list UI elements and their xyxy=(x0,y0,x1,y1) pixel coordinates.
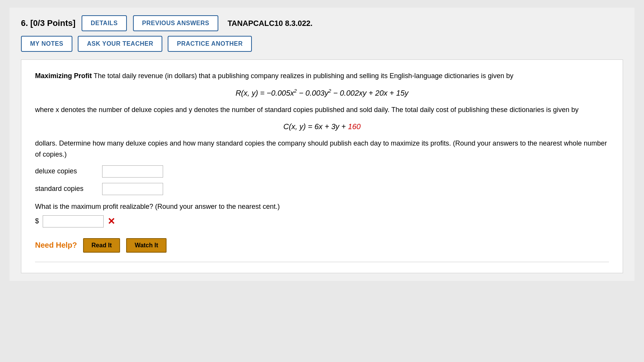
dollar-sign: $ xyxy=(35,217,39,225)
my-notes-button[interactable]: MY NOTES xyxy=(21,36,72,52)
ask-teacher-button[interactable]: ASK YOUR TEACHER xyxy=(78,36,162,52)
watch-it-button[interactable]: Watch It xyxy=(126,238,167,253)
formula-c: C(x, y) = 6x + 3y + 160 xyxy=(35,122,609,131)
incorrect-icon: ✕ xyxy=(107,216,115,227)
course-code: TANAPCALC10 8.3.022. xyxy=(227,19,312,28)
previous-answers-button[interactable]: PREVIOUS ANSWERS xyxy=(133,15,218,31)
read-it-button[interactable]: Read It xyxy=(83,238,120,253)
problem-title-text: The total daily revenue (in dollars) tha… xyxy=(92,72,513,80)
question-label: 6. [0/3 Points] xyxy=(21,18,75,28)
need-help-label: Need Help? xyxy=(35,241,77,250)
deluxe-label: deluxe copies xyxy=(35,167,96,175)
formula-r-text: R(x, y) = −0.005x2 − 0.003y2 − 0.002xy +… xyxy=(235,89,409,97)
problem-title-bold: Maximizing Profit xyxy=(35,72,92,80)
practice-another-button[interactable]: PRACTICE ANOTHER xyxy=(168,36,252,52)
main-container: 6. [0/3 Points] DETAILS PREVIOUS ANSWERS… xyxy=(10,8,634,281)
dollars-text: dollars. Determine how many deluxe copie… xyxy=(35,138,609,160)
dollar-row: $ ✕ xyxy=(35,215,609,227)
standard-row: standard copies xyxy=(35,183,609,195)
where-text: where x denotes the number of deluxe cop… xyxy=(35,104,609,115)
profit-question: What is the maximum profit realizable? (… xyxy=(35,203,609,211)
bottom-divider xyxy=(35,262,609,262)
second-row: MY NOTES ASK YOUR TEACHER PRACTICE ANOTH… xyxy=(21,36,623,52)
standard-label: standard copies xyxy=(35,185,96,193)
content-box: Maximizing Profit The total daily revenu… xyxy=(21,59,623,273)
need-help-row: Need Help? Read It Watch It xyxy=(35,238,609,253)
profit-input[interactable] xyxy=(43,215,104,227)
top-row: 6. [0/3 Points] DETAILS PREVIOUS ANSWERS… xyxy=(21,15,623,31)
formula-r: R(x, y) = −0.005x2 − 0.003y2 − 0.002xy +… xyxy=(35,88,609,98)
profit-section: What is the maximum profit realizable? (… xyxy=(35,203,609,227)
standard-input[interactable] xyxy=(102,183,163,195)
formula-c-text: C(x, y) = 6x + 3y + 160 xyxy=(284,122,361,131)
deluxe-row: deluxe copies xyxy=(35,165,609,178)
details-button[interactable]: DETAILS xyxy=(82,15,127,31)
deluxe-input[interactable] xyxy=(102,165,163,178)
formula-c-red: 160 xyxy=(348,122,360,131)
problem-title: Maximizing Profit The total daily revenu… xyxy=(35,70,609,82)
